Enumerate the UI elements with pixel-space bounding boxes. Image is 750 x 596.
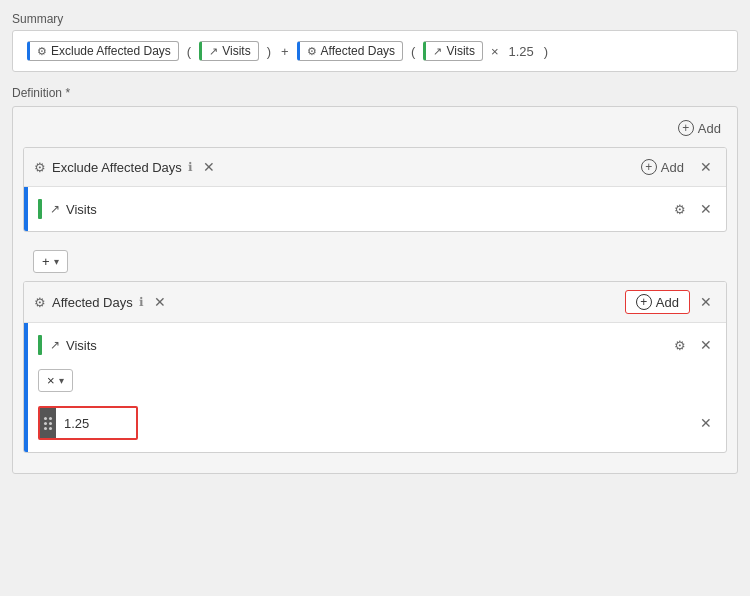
card-affected: ⚙ Affected Days ℹ ✕ + Add ✕ (23, 281, 727, 453)
card-exclude-gear-icon: ⚙ (34, 160, 46, 175)
summary-paren-close-2: ) (542, 44, 550, 59)
value-row: ✕ (28, 400, 726, 446)
add-top-label: Add (698, 121, 721, 136)
inner-operator-dropdown[interactable]: × ▾ (38, 369, 73, 392)
visits-row-2-left: ↗ Visits (38, 335, 97, 355)
definition-box: + Add ⚙ Exclude Affected Days ℹ ✕ + (12, 106, 738, 474)
summary-pill-visits-2: ↗ Visits (423, 41, 482, 61)
add-top-area: + Add (23, 117, 727, 139)
drag-dots (44, 417, 52, 430)
visits-row-2-green-bar (38, 335, 42, 355)
summary-paren-open-1: ( (185, 44, 193, 59)
card-exclude-title: Exclude Affected Days (52, 160, 182, 175)
visits-row-2-close-icon: ✕ (700, 337, 712, 353)
visits-row-2-close-btn[interactable]: ✕ (696, 335, 716, 355)
summary-paren-open-2: ( (409, 44, 417, 59)
summary-label: Summary (12, 12, 738, 26)
card-exclude-header: ⚙ Exclude Affected Days ℹ ✕ + Add ✕ (24, 148, 726, 187)
visits-row-2-icon: ↗ (50, 338, 60, 352)
card-affected-title: Affected Days (52, 295, 133, 310)
value-row-close-icon: ✕ (700, 415, 712, 431)
between-operator-row: + ▾ (23, 242, 727, 281)
card-affected-info-icon[interactable]: ℹ (139, 295, 144, 309)
visits-row-1-close-icon: ✕ (700, 201, 712, 217)
card-exclude-header-close-icon: ✕ (700, 159, 712, 175)
card-affected-header: ⚙ Affected Days ℹ ✕ + Add ✕ (24, 282, 726, 323)
visits-row-2-label: Visits (66, 338, 97, 353)
definition-section: Definition * + Add ⚙ Exclude Affected Da… (12, 86, 738, 474)
summary-paren-close-1: ) (265, 44, 273, 59)
card-affected-add-label: Add (656, 295, 679, 310)
value-row-close-btn[interactable]: ✕ (696, 413, 716, 433)
summary-multiply: × (489, 44, 501, 59)
value-input-wrap (38, 406, 138, 440)
add-top-icon: + (678, 120, 694, 136)
card-affected-header-right: + Add ✕ (625, 290, 716, 314)
card-affected-title-close-icon: ✕ (154, 294, 166, 310)
exclude-pill-label: Exclude Affected Days (51, 44, 171, 58)
visits-row-2: ↗ Visits ⚙ ✕ (28, 329, 726, 361)
value-drag-handle[interactable] (40, 408, 56, 438)
between-operator-chevron: ▾ (54, 256, 59, 267)
card-affected-add-button[interactable]: + Add (625, 290, 690, 314)
card-affected-gear-icon: ⚙ (34, 295, 46, 310)
visits-1-pill-label: Visits (222, 44, 250, 58)
visits-row-1-left: ↗ Visits (38, 199, 97, 219)
visits-row-2-gear-icon: ⚙ (674, 338, 686, 353)
visits-2-pill-label: Visits (446, 44, 474, 58)
card-exclude-info-icon[interactable]: ℹ (188, 160, 193, 174)
visits-row-1-right: ⚙ ✕ (670, 199, 716, 219)
inner-operator-row: × ▾ (28, 361, 726, 400)
card-exclude-add-button[interactable]: + Add (635, 156, 690, 178)
card-affected-title-close-btn[interactable]: ✕ (150, 292, 170, 312)
visits-1-pill-icon: ↗ (209, 45, 218, 58)
exclude-pill-icon: ⚙ (37, 45, 47, 58)
card-affected-body: ↗ Visits ⚙ ✕ (24, 323, 726, 452)
summary-box: ⚙ Exclude Affected Days ( ↗ Visits ) + ⚙… (12, 30, 738, 72)
card-affected-header-left: ⚙ Affected Days ℹ ✕ (34, 292, 170, 312)
visits-row-2-right: ⚙ ✕ (670, 335, 716, 355)
card-exclude-header-right: + Add ✕ (635, 156, 716, 178)
between-operator-dropdown[interactable]: + ▾ (33, 250, 68, 273)
card-exclude-body: ↗ Visits ⚙ ✕ (24, 187, 726, 231)
between-operator-value: + (42, 254, 50, 269)
definition-label: Definition * (12, 86, 738, 100)
affected-pill-label: Affected Days (321, 44, 395, 58)
add-top-button[interactable]: + Add (672, 117, 727, 139)
card-exclude-close-btn[interactable]: ✕ (199, 157, 219, 177)
summary-pill-affected: ⚙ Affected Days (297, 41, 403, 61)
card-exclude-close-icon: ✕ (203, 159, 215, 175)
affected-pill-icon: ⚙ (307, 45, 317, 58)
card-exclude-header-close-btn[interactable]: ✕ (696, 157, 716, 177)
visits-row-1-gear-btn[interactable]: ⚙ (670, 200, 690, 219)
visits-row-1-gear-icon: ⚙ (674, 202, 686, 217)
card-exclude-content: ↗ Visits ⚙ ✕ (28, 187, 726, 231)
summary-plus: + (279, 44, 291, 59)
card-exclude-header-left: ⚙ Exclude Affected Days ℹ ✕ (34, 157, 219, 177)
card-affected-add-icon: + (636, 294, 652, 310)
card-exclude-add-label: Add (661, 160, 684, 175)
inner-operator-chevron: ▾ (59, 375, 64, 386)
summary-pill-exclude: ⚙ Exclude Affected Days (27, 41, 179, 61)
visits-row-2-gear-btn[interactable]: ⚙ (670, 336, 690, 355)
summary-value: 1.25 (506, 44, 535, 59)
summary-pill-visits-1: ↗ Visits (199, 41, 258, 61)
visits-row-1-green-bar (38, 199, 42, 219)
summary-section: Summary ⚙ Exclude Affected Days ( ↗ Visi… (12, 12, 738, 72)
visits-row-1-close-btn[interactable]: ✕ (696, 199, 716, 219)
visits-row-1-icon: ↗ (50, 202, 60, 216)
visits-row-1: ↗ Visits ⚙ ✕ (28, 193, 726, 225)
card-affected-header-close-btn[interactable]: ✕ (696, 292, 716, 312)
card-exclude-add-icon: + (641, 159, 657, 175)
card-exclude: ⚙ Exclude Affected Days ℹ ✕ + Add ✕ (23, 147, 727, 232)
inner-operator-value: × (47, 373, 55, 388)
visits-2-pill-icon: ↗ (433, 45, 442, 58)
card-affected-header-close-icon: ✕ (700, 294, 712, 310)
value-input-field[interactable] (56, 412, 136, 435)
visits-row-1-label: Visits (66, 202, 97, 217)
card-affected-content: ↗ Visits ⚙ ✕ (28, 323, 726, 452)
